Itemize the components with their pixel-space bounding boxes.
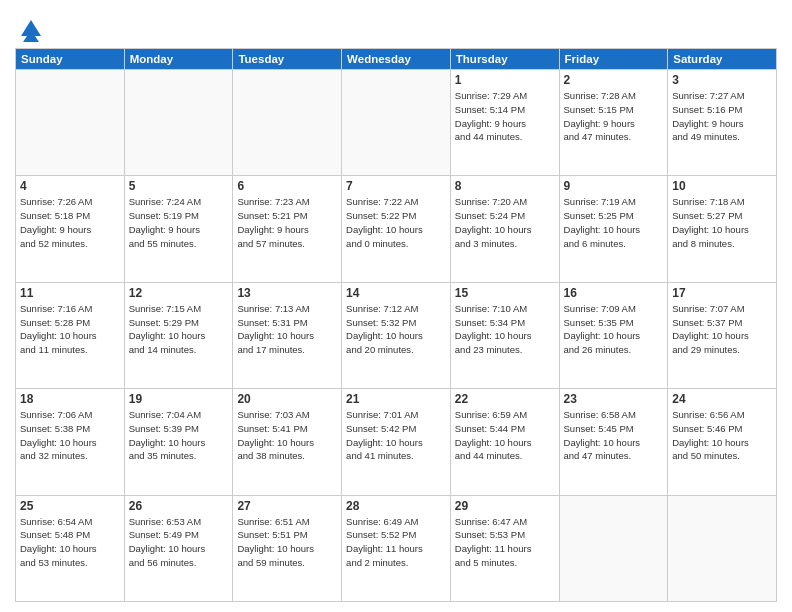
day-header-saturday: Saturday — [668, 49, 777, 70]
calendar-cell: 10Sunrise: 7:18 AMSunset: 5:27 PMDayligh… — [668, 176, 777, 282]
day-info: Sunrise: 7:12 AMSunset: 5:32 PMDaylight:… — [346, 302, 446, 357]
day-number: 17 — [672, 286, 772, 300]
day-info: Sunrise: 7:03 AMSunset: 5:41 PMDaylight:… — [237, 408, 337, 463]
day-info: Sunrise: 7:23 AMSunset: 5:21 PMDaylight:… — [237, 195, 337, 250]
day-info: Sunrise: 7:22 AMSunset: 5:22 PMDaylight:… — [346, 195, 446, 250]
calendar-cell: 8Sunrise: 7:20 AMSunset: 5:24 PMDaylight… — [450, 176, 559, 282]
calendar-cell: 21Sunrise: 7:01 AMSunset: 5:42 PMDayligh… — [342, 389, 451, 495]
day-info: Sunrise: 7:27 AMSunset: 5:16 PMDaylight:… — [672, 89, 772, 144]
day-header-friday: Friday — [559, 49, 668, 70]
calendar-cell: 5Sunrise: 7:24 AMSunset: 5:19 PMDaylight… — [124, 176, 233, 282]
day-info: Sunrise: 7:04 AMSunset: 5:39 PMDaylight:… — [129, 408, 229, 463]
day-info: Sunrise: 6:47 AMSunset: 5:53 PMDaylight:… — [455, 515, 555, 570]
day-info: Sunrise: 7:24 AMSunset: 5:19 PMDaylight:… — [129, 195, 229, 250]
calendar-cell: 9Sunrise: 7:19 AMSunset: 5:25 PMDaylight… — [559, 176, 668, 282]
calendar-cell: 25Sunrise: 6:54 AMSunset: 5:48 PMDayligh… — [16, 495, 125, 601]
day-number: 20 — [237, 392, 337, 406]
calendar-cell: 18Sunrise: 7:06 AMSunset: 5:38 PMDayligh… — [16, 389, 125, 495]
calendar-cell: 14Sunrise: 7:12 AMSunset: 5:32 PMDayligh… — [342, 282, 451, 388]
day-header-sunday: Sunday — [16, 49, 125, 70]
day-number: 14 — [346, 286, 446, 300]
day-number: 29 — [455, 499, 555, 513]
logo — [15, 14, 45, 42]
day-info: Sunrise: 6:54 AMSunset: 5:48 PMDaylight:… — [20, 515, 120, 570]
day-number: 9 — [564, 179, 664, 193]
day-info: Sunrise: 7:01 AMSunset: 5:42 PMDaylight:… — [346, 408, 446, 463]
day-number: 13 — [237, 286, 337, 300]
day-info: Sunrise: 6:53 AMSunset: 5:49 PMDaylight:… — [129, 515, 229, 570]
week-row-3: 18Sunrise: 7:06 AMSunset: 5:38 PMDayligh… — [16, 389, 777, 495]
calendar-header-row: SundayMondayTuesdayWednesdayThursdayFrid… — [16, 49, 777, 70]
svg-marker-1 — [23, 36, 39, 42]
day-info: Sunrise: 6:58 AMSunset: 5:45 PMDaylight:… — [564, 408, 664, 463]
day-number: 28 — [346, 499, 446, 513]
day-info: Sunrise: 7:26 AMSunset: 5:18 PMDaylight:… — [20, 195, 120, 250]
day-number: 16 — [564, 286, 664, 300]
calendar-cell: 12Sunrise: 7:15 AMSunset: 5:29 PMDayligh… — [124, 282, 233, 388]
svg-marker-0 — [21, 20, 41, 36]
day-number: 21 — [346, 392, 446, 406]
day-number: 8 — [455, 179, 555, 193]
day-number: 25 — [20, 499, 120, 513]
calendar-cell: 15Sunrise: 7:10 AMSunset: 5:34 PMDayligh… — [450, 282, 559, 388]
calendar-cell: 16Sunrise: 7:09 AMSunset: 5:35 PMDayligh… — [559, 282, 668, 388]
calendar-cell — [16, 70, 125, 176]
day-info: Sunrise: 7:10 AMSunset: 5:34 PMDaylight:… — [455, 302, 555, 357]
day-header-tuesday: Tuesday — [233, 49, 342, 70]
calendar-cell: 27Sunrise: 6:51 AMSunset: 5:51 PMDayligh… — [233, 495, 342, 601]
day-info: Sunrise: 7:06 AMSunset: 5:38 PMDaylight:… — [20, 408, 120, 463]
day-number: 19 — [129, 392, 229, 406]
calendar-cell — [124, 70, 233, 176]
week-row-0: 1Sunrise: 7:29 AMSunset: 5:14 PMDaylight… — [16, 70, 777, 176]
calendar-cell: 13Sunrise: 7:13 AMSunset: 5:31 PMDayligh… — [233, 282, 342, 388]
day-number: 1 — [455, 73, 555, 87]
calendar-cell: 7Sunrise: 7:22 AMSunset: 5:22 PMDaylight… — [342, 176, 451, 282]
day-info: Sunrise: 7:18 AMSunset: 5:27 PMDaylight:… — [672, 195, 772, 250]
calendar-cell: 3Sunrise: 7:27 AMSunset: 5:16 PMDaylight… — [668, 70, 777, 176]
day-number: 2 — [564, 73, 664, 87]
day-number: 5 — [129, 179, 229, 193]
calendar-cell: 2Sunrise: 7:28 AMSunset: 5:15 PMDaylight… — [559, 70, 668, 176]
logo-icon — [17, 14, 45, 42]
calendar-cell: 26Sunrise: 6:53 AMSunset: 5:49 PMDayligh… — [124, 495, 233, 601]
calendar-cell: 28Sunrise: 6:49 AMSunset: 5:52 PMDayligh… — [342, 495, 451, 601]
calendar-cell — [233, 70, 342, 176]
day-number: 12 — [129, 286, 229, 300]
day-info: Sunrise: 6:51 AMSunset: 5:51 PMDaylight:… — [237, 515, 337, 570]
calendar-body: 1Sunrise: 7:29 AMSunset: 5:14 PMDaylight… — [16, 70, 777, 602]
header — [15, 10, 777, 42]
day-number: 18 — [20, 392, 120, 406]
day-number: 7 — [346, 179, 446, 193]
calendar-cell: 1Sunrise: 7:29 AMSunset: 5:14 PMDaylight… — [450, 70, 559, 176]
day-number: 6 — [237, 179, 337, 193]
calendar-table: SundayMondayTuesdayWednesdayThursdayFrid… — [15, 48, 777, 602]
calendar-cell: 11Sunrise: 7:16 AMSunset: 5:28 PMDayligh… — [16, 282, 125, 388]
calendar-cell: 29Sunrise: 6:47 AMSunset: 5:53 PMDayligh… — [450, 495, 559, 601]
calendar-cell: 19Sunrise: 7:04 AMSunset: 5:39 PMDayligh… — [124, 389, 233, 495]
day-number: 10 — [672, 179, 772, 193]
day-info: Sunrise: 7:15 AMSunset: 5:29 PMDaylight:… — [129, 302, 229, 357]
calendar-cell — [668, 495, 777, 601]
day-header-wednesday: Wednesday — [342, 49, 451, 70]
day-info: Sunrise: 7:16 AMSunset: 5:28 PMDaylight:… — [20, 302, 120, 357]
calendar-cell: 20Sunrise: 7:03 AMSunset: 5:41 PMDayligh… — [233, 389, 342, 495]
day-header-thursday: Thursday — [450, 49, 559, 70]
calendar-cell — [559, 495, 668, 601]
day-info: Sunrise: 6:59 AMSunset: 5:44 PMDaylight:… — [455, 408, 555, 463]
day-info: Sunrise: 7:29 AMSunset: 5:14 PMDaylight:… — [455, 89, 555, 144]
day-number: 4 — [20, 179, 120, 193]
day-info: Sunrise: 7:09 AMSunset: 5:35 PMDaylight:… — [564, 302, 664, 357]
week-row-2: 11Sunrise: 7:16 AMSunset: 5:28 PMDayligh… — [16, 282, 777, 388]
page: SundayMondayTuesdayWednesdayThursdayFrid… — [0, 0, 792, 612]
week-row-1: 4Sunrise: 7:26 AMSunset: 5:18 PMDaylight… — [16, 176, 777, 282]
day-info: Sunrise: 7:07 AMSunset: 5:37 PMDaylight:… — [672, 302, 772, 357]
calendar-cell — [342, 70, 451, 176]
calendar-cell: 23Sunrise: 6:58 AMSunset: 5:45 PMDayligh… — [559, 389, 668, 495]
day-info: Sunrise: 6:49 AMSunset: 5:52 PMDaylight:… — [346, 515, 446, 570]
day-info: Sunrise: 7:13 AMSunset: 5:31 PMDaylight:… — [237, 302, 337, 357]
day-number: 23 — [564, 392, 664, 406]
calendar-cell: 17Sunrise: 7:07 AMSunset: 5:37 PMDayligh… — [668, 282, 777, 388]
calendar-cell: 6Sunrise: 7:23 AMSunset: 5:21 PMDaylight… — [233, 176, 342, 282]
week-row-4: 25Sunrise: 6:54 AMSunset: 5:48 PMDayligh… — [16, 495, 777, 601]
day-number: 24 — [672, 392, 772, 406]
